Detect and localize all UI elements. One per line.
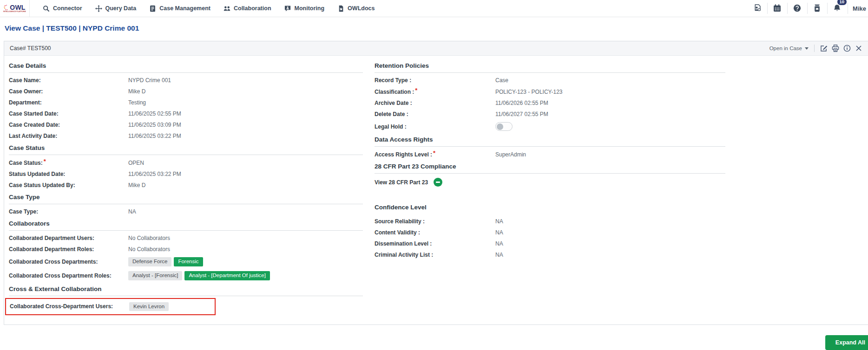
close-button[interactable]	[855, 45, 862, 52]
nav-item-case-management[interactable]: Case Management	[149, 5, 210, 12]
field-row-classification: Classification :* POLICY-123 - POLICY-12…	[375, 86, 725, 97]
field-value: Case	[495, 77, 508, 84]
nav-item-query-data[interactable]: Query Data	[95, 5, 137, 12]
field-label: Last Activity Date:	[9, 133, 128, 139]
field-row-legal-hold: Legal Hold :	[375, 120, 725, 133]
field-label: Case Status:*	[9, 159, 128, 166]
nav-item-label: Collaboration	[234, 5, 271, 12]
tag-chip: Defense Force	[128, 257, 171, 266]
section-title-case-type: Case Type	[9, 191, 363, 204]
field-label: Case Created Date:	[9, 122, 128, 128]
field-label: Case Status Updated By:	[9, 182, 128, 188]
field-value: NA	[495, 252, 503, 258]
field-value: 11/06/2025 03:22 PM	[128, 133, 181, 139]
tag-chip: Analyst - [Forensic]	[128, 271, 182, 280]
field-row-collaborated-cross-department-roles: Collaborated Cross Department Roles: Ana…	[9, 269, 363, 283]
service-desk-button[interactable]	[748, 3, 767, 14]
nav-item-owldocs[interactable]: OWLdocs	[337, 5, 375, 12]
case-card: Case# TEST500 Open in Case Case Deta	[4, 41, 868, 325]
field-label: Source Reliability :	[375, 218, 495, 225]
section-title-collaborators: Collaborators	[9, 217, 363, 231]
field-row-status-updated-date: Status Updated Date: 11/06/2025 03:22 PM	[9, 169, 363, 180]
collapse-28cfr-button[interactable]	[434, 178, 442, 187]
field-row-criminal-activity-list: Criminal Activity List : NA	[375, 249, 725, 260]
field-value: 11/06/2025 03:09 PM	[128, 122, 181, 128]
brand-subtitle: INTELLIGENCE PLATFORM	[3, 11, 26, 13]
page-title: View Case | TEST500 | NYPD Crime 001	[5, 24, 868, 32]
owl-logo[interactable]: OWL INTELLIGENCE PLATFORM	[0, 0, 30, 17]
field-row-case-started-date: Case Started Date: 11/06/2025 02:55 PM	[9, 108, 363, 119]
field-value: NA	[495, 218, 503, 225]
field-value: Defense ForceForensic	[128, 257, 205, 266]
highlight-box: Collaborated Cross-Department Users: Kev…	[5, 298, 216, 316]
people-icon	[224, 5, 230, 12]
field-value: Kevin Levron	[129, 302, 171, 311]
legal-hold-toggle[interactable]	[495, 122, 513, 131]
print-button[interactable]	[832, 45, 839, 52]
section-title-case-status: Case Status	[9, 142, 363, 155]
bug-jar-icon	[813, 4, 822, 13]
field-row-case-status-updated-by: Case Status Updated By: Mike D	[9, 180, 363, 191]
field-value: POLICY-123 - POLICY-123	[495, 89, 563, 95]
left-column: Case Details Case Name: NYPD Crime 001 C…	[9, 59, 363, 315]
field-row-case-type: Case Type: NA	[9, 206, 363, 217]
field-row-dissemination-level: Dissemination Level : NA	[375, 238, 725, 249]
field-label: Content Validity :	[375, 229, 495, 236]
field-row-case-name: Case Name: NYPD Crime 001	[9, 75, 363, 86]
bug-report-button[interactable]	[807, 3, 827, 14]
help-icon	[793, 4, 802, 13]
notifications-button[interactable]: 10	[827, 3, 848, 14]
nav-item-label: Connector	[53, 5, 82, 12]
field-value	[495, 122, 513, 131]
field-value: Testing	[128, 99, 146, 106]
section-title-retention-policies: Retention Policies	[375, 59, 725, 73]
field-label: Collaborated Department Users:	[9, 235, 128, 241]
field-value: 11/06/2025 02:55 PM	[128, 110, 181, 117]
calendar-icon	[773, 4, 782, 13]
field-value: No Collaborators	[128, 235, 170, 241]
toggle-knob	[497, 123, 503, 130]
nav-right: 10 Mike	[748, 0, 868, 17]
tag-chip: Kevin Levron	[129, 302, 169, 311]
user-menu[interactable]: Mike	[848, 3, 868, 14]
case-icon	[149, 5, 156, 12]
section-title-28-cfr-compliance: 28 CFR Part 23 Compliance	[375, 160, 725, 174]
field-value: SuperAdmin	[495, 151, 526, 158]
brand-text: OWL	[10, 4, 25, 11]
bell-icon	[833, 4, 842, 13]
minus-icon	[436, 181, 440, 183]
field-label: Collaborated Department Roles:	[9, 246, 128, 253]
field-label: Collaborated Cross Department Roles:	[9, 272, 128, 279]
case-number: Case# TEST500	[10, 45, 51, 52]
field-row-case-owner: Case Owner: Mike D	[9, 86, 363, 97]
field-row-access-rights-level: Access Rights Level :* SuperAdmin	[375, 149, 725, 160]
field-value: 11/06/2027 02:55 PM	[495, 111, 548, 117]
field-value: OPEN	[128, 160, 144, 166]
field-label: Dissemination Level :	[375, 240, 495, 247]
nav-item-collaboration[interactable]: Collaboration	[224, 5, 271, 12]
help-button[interactable]	[787, 3, 807, 14]
owl-logo-burst-icon	[4, 5, 9, 10]
calendar-button[interactable]	[767, 3, 787, 14]
edit-button[interactable]	[820, 45, 828, 52]
service-desk-icon	[753, 4, 762, 13]
nav-item-label: Monitoring	[295, 5, 325, 12]
nav-item-label: OWLdocs	[348, 5, 375, 12]
required-asterisk: *	[433, 149, 435, 156]
field-row-archive-date: Archive Date : 11/06/2026 02:55 PM	[375, 97, 725, 109]
open-in-case-label: Open in Case	[769, 45, 802, 51]
nav-item-connector[interactable]: Connector	[43, 5, 82, 12]
field-label: Department:	[9, 99, 128, 106]
nav-item-monitoring[interactable]: Monitoring	[284, 5, 325, 12]
field-label: Delete Date :	[375, 111, 495, 117]
field-value: Mike D	[128, 182, 145, 188]
field-label: Record Type :	[375, 77, 495, 84]
field-row-source-reliability: Source Reliability : NA	[375, 216, 725, 227]
field-value: NA	[495, 240, 503, 247]
info-button[interactable]	[843, 45, 851, 52]
field-label: Legal Hold :	[375, 123, 495, 130]
expand-all-button[interactable]: Expand All	[825, 335, 868, 350]
open-in-case-dropdown[interactable]: Open in Case	[769, 45, 809, 51]
field-label: Archive Date :	[375, 100, 495, 106]
case-card-header: Case# TEST500 Open in Case	[4, 41, 868, 56]
